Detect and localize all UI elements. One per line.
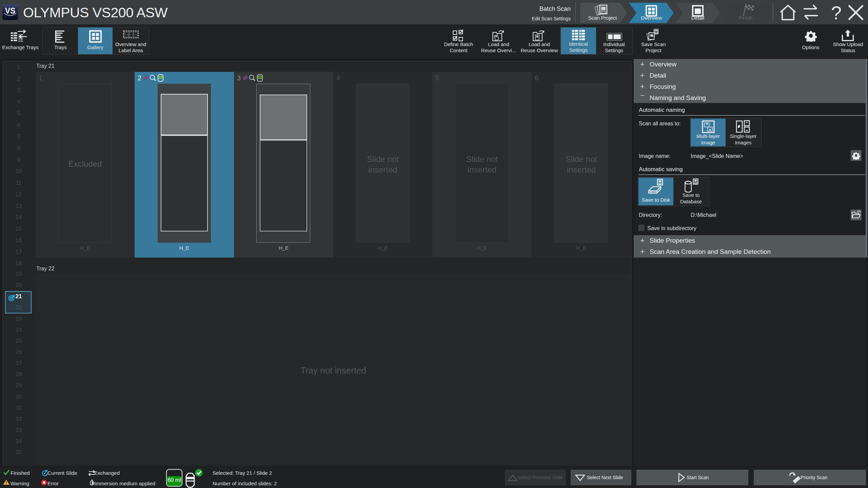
svg-text:?: ? — [831, 3, 842, 21]
